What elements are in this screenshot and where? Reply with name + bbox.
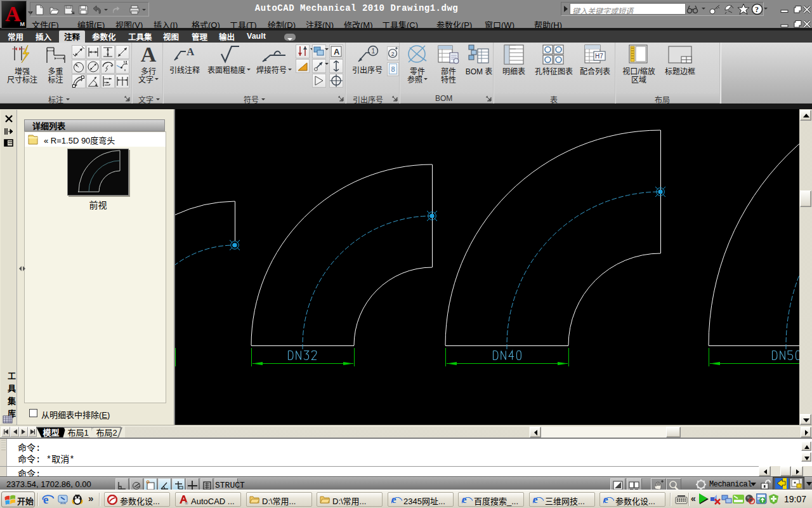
svg-text:A: A xyxy=(187,46,195,58)
svg-text:M: M xyxy=(186,502,188,505)
svg-text:1: 1 xyxy=(372,48,376,55)
svg-text:?: ? xyxy=(755,5,759,14)
svg-text:2: 2 xyxy=(391,51,395,57)
svg-text:A: A xyxy=(334,47,340,57)
svg-text:8: 8 xyxy=(391,65,395,73)
svg-text:H7: H7 xyxy=(595,53,603,60)
